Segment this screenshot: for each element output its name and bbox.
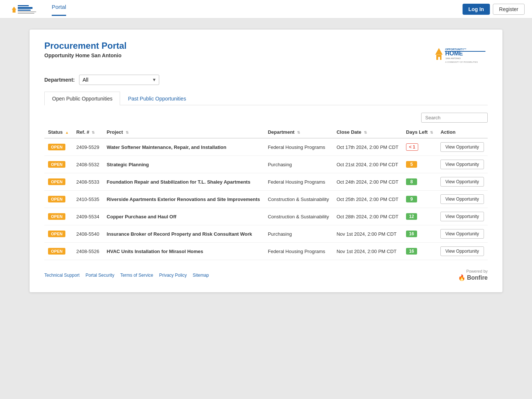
search-input[interactable] bbox=[421, 113, 488, 123]
days-badge-1: 5 bbox=[406, 161, 417, 168]
table-row: OPEN 2408-5526 HVAC Units Installation f… bbox=[44, 243, 488, 260]
cell-days-left-1: 5 bbox=[402, 156, 437, 173]
days-badge-2: 8 bbox=[406, 178, 417, 185]
bonfire-brand: 🔥 Bonfire bbox=[458, 274, 488, 281]
svg-rect-10 bbox=[438, 57, 440, 60]
status-badge-6: OPEN bbox=[48, 248, 65, 255]
days-badge-3: 9 bbox=[406, 196, 417, 202]
cell-project-3: Riverside Apartments Exterior Renovation… bbox=[103, 191, 264, 208]
footer-link-technical-support[interactable]: Technical Support bbox=[44, 273, 79, 278]
cell-status-5: OPEN bbox=[44, 225, 72, 243]
footer-link-privacy-policy[interactable]: Privacy Policy bbox=[159, 273, 187, 278]
opportunities-table: Status ▲ Ref. # ⇅ Project ⇅ Department ⇅… bbox=[44, 126, 488, 260]
nav-actions: Log In Register bbox=[463, 4, 525, 15]
ref-sort-icon: ⇅ bbox=[92, 130, 95, 134]
department-filter-row: Department: All Federal Housing Programs… bbox=[44, 75, 488, 85]
cell-action-3[interactable]: View Opportunity bbox=[437, 191, 488, 208]
cell-project-1: Strategic Planning bbox=[103, 156, 264, 173]
cell-close-date-3: Oct 25th 2024, 2:00 PM CDT bbox=[333, 191, 402, 208]
table-header-row: Status ▲ Ref. # ⇅ Project ⇅ Department ⇅… bbox=[44, 126, 488, 138]
cell-status-6: OPEN bbox=[44, 243, 72, 260]
svg-marker-8 bbox=[435, 48, 443, 55]
project-sort-icon: ⇅ bbox=[126, 130, 129, 134]
cell-action-6[interactable]: View Opportunity bbox=[437, 243, 488, 260]
cell-action-2[interactable]: View Opportunity bbox=[437, 173, 488, 191]
org-logo-image: OPPORTUNITY™ HOME SAN ANTONIO A COMMUNIT… bbox=[429, 41, 488, 65]
cell-ref-4: 2409-5534 bbox=[72, 208, 103, 225]
cell-status-1: OPEN bbox=[44, 156, 72, 173]
view-opportunity-button-2[interactable]: View Opportunity bbox=[440, 177, 484, 187]
cell-days-left-2: 8 bbox=[402, 173, 437, 191]
cell-action-0[interactable]: View Opportunity bbox=[437, 138, 488, 156]
department-label: Department: bbox=[44, 77, 75, 83]
view-opportunity-button-1[interactable]: View Opportunity bbox=[440, 160, 484, 169]
cell-status-0: OPEN bbox=[44, 138, 72, 156]
cell-action-5[interactable]: View Opportunity bbox=[437, 225, 488, 243]
view-opportunity-button-5[interactable]: View Opportunity bbox=[440, 229, 484, 239]
col-ref[interactable]: Ref. # ⇅ bbox=[72, 126, 103, 138]
page-wrapper: Procurement Portal Opportunity Home San … bbox=[0, 18, 532, 303]
org-logo: OPPORTUNITY™ HOME SAN ANTONIO A COMMUNIT… bbox=[429, 41, 488, 66]
col-close-date[interactable]: Close Date ⇅ bbox=[333, 126, 402, 138]
table-row: OPEN 2410-5535 Riverside Apartments Exte… bbox=[44, 191, 488, 208]
cell-action-1[interactable]: View Opportunity bbox=[437, 156, 488, 173]
footer: Technical Support Portal Security Terms … bbox=[44, 269, 488, 281]
cell-days-left-5: 16 bbox=[402, 225, 437, 243]
col-days-left[interactable]: Days Left ⇅ bbox=[402, 126, 437, 138]
cell-status-4: OPEN bbox=[44, 208, 72, 225]
footer-link-sitemap[interactable]: Sitemap bbox=[192, 273, 209, 278]
footer-link-terms-of-service[interactable]: Terms of Service bbox=[120, 273, 153, 278]
col-project[interactable]: Project ⇅ bbox=[103, 126, 264, 138]
view-opportunity-button-4[interactable]: View Opportunity bbox=[440, 212, 484, 221]
cell-action-4[interactable]: View Opportunity bbox=[437, 208, 488, 225]
col-status[interactable]: Status ▲ bbox=[44, 126, 72, 138]
portal-title-block: Procurement Portal Opportunity Home San … bbox=[44, 41, 127, 58]
status-badge-1: OPEN bbox=[48, 161, 65, 168]
logo-image bbox=[7, 2, 41, 16]
powered-by-label: Powered by bbox=[466, 269, 488, 273]
cell-close-date-1: Oct 21st 2024, 2:00 PM CDT bbox=[333, 156, 402, 173]
cell-status-3: OPEN bbox=[44, 191, 72, 208]
portal-title: Procurement Portal bbox=[44, 41, 127, 51]
cell-project-0: Water Softener Maintenance, Repair, and … bbox=[103, 138, 264, 156]
tab-open-opportunities[interactable]: Open Public Opportunities bbox=[44, 92, 120, 105]
cell-ref-0: 2409-5529 bbox=[72, 138, 103, 156]
cell-department-2: Federal Housing Programs bbox=[264, 173, 333, 191]
status-badge-4: OPEN bbox=[48, 213, 65, 220]
login-button[interactable]: Log In bbox=[463, 4, 490, 15]
tab-past-opportunities[interactable]: Past Public Opportunities bbox=[120, 92, 194, 105]
view-opportunity-button-0[interactable]: View Opportunity bbox=[440, 142, 484, 152]
cell-ref-5: 2408-5540 bbox=[72, 225, 103, 243]
cell-days-left-6: 16 bbox=[402, 243, 437, 260]
days-badge-4: 12 bbox=[406, 213, 417, 220]
days-badge-6: 16 bbox=[406, 248, 417, 255]
cell-department-1: Purchasing bbox=[264, 156, 333, 173]
view-opportunity-button-6[interactable]: View Opportunity bbox=[440, 246, 484, 256]
tabs-container: Open Public Opportunities Past Public Op… bbox=[44, 92, 488, 105]
svg-rect-5 bbox=[18, 10, 31, 11]
svg-text:SAN ANTONIO: SAN ANTONIO bbox=[446, 57, 461, 59]
department-sort-icon: ⇅ bbox=[297, 130, 300, 134]
department-select-wrapper[interactable]: All Federal Housing Programs Purchasing … bbox=[79, 75, 159, 85]
portal-nav-link[interactable]: Portal bbox=[52, 4, 66, 16]
col-action: Action bbox=[437, 126, 488, 138]
main-card: Procurement Portal Opportunity Home San … bbox=[30, 30, 502, 292]
footer-link-portal-security[interactable]: Portal Security bbox=[85, 273, 114, 278]
svg-rect-2 bbox=[13, 10, 16, 13]
table-row: OPEN 2408-5532 Strategic Planning Purcha… bbox=[44, 156, 488, 173]
svg-rect-3 bbox=[18, 5, 29, 6]
register-button[interactable]: Register bbox=[493, 4, 525, 15]
svg-rect-16 bbox=[445, 51, 485, 52]
cell-close-date-2: Oct 24th 2024, 2:00 PM CDT bbox=[333, 173, 402, 191]
cell-department-6: Federal Housing Programs bbox=[264, 243, 333, 260]
svg-rect-4 bbox=[18, 7, 33, 9]
view-opportunity-button-3[interactable]: View Opportunity bbox=[440, 194, 484, 204]
department-select[interactable]: All Federal Housing Programs Purchasing … bbox=[79, 75, 159, 85]
col-department[interactable]: Department ⇅ bbox=[264, 126, 333, 138]
logo bbox=[7, 2, 41, 16]
bonfire-name: Bonfire bbox=[467, 274, 488, 281]
status-sort-icon: ▲ bbox=[65, 130, 69, 134]
cell-department-4: Construction & Sustainability bbox=[264, 208, 333, 225]
cell-department-5: Purchasing bbox=[264, 225, 333, 243]
cell-close-date-4: Oct 28th 2024, 2:00 PM CDT bbox=[333, 208, 402, 225]
